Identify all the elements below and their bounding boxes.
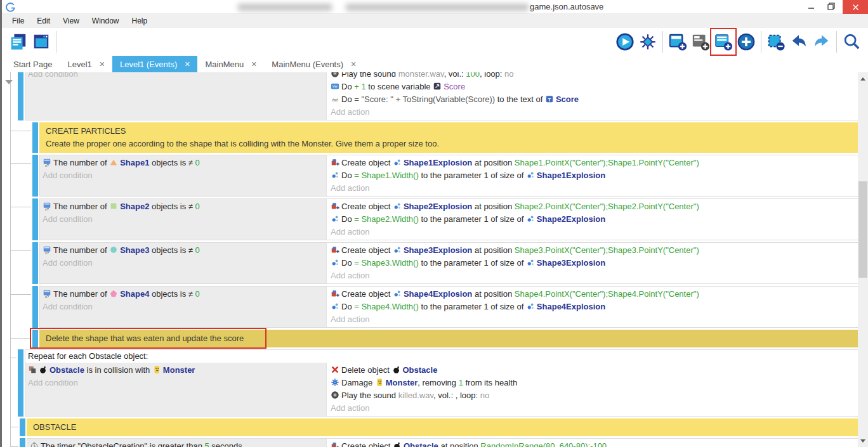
scene-editor-icon[interactable] [30, 30, 53, 54]
add-condition[interactable]: Add condition [43, 213, 324, 226]
tab-level1[interactable]: Level1× [60, 56, 112, 72]
menu-item-help[interactable]: Help [126, 14, 154, 28]
event-selection-bar [32, 198, 38, 240]
speaker-icon [331, 391, 341, 400]
condition-line[interactable]: The timer "ObstacleCreation" is greater … [30, 440, 324, 447]
tab-close-icon[interactable]: × [185, 59, 190, 69]
comment-block[interactable]: OBSTACLE [27, 418, 860, 436]
event-row: The timer "ObstacleCreation" is greater … [20, 438, 860, 447]
add-condition[interactable]: Add condition [28, 377, 324, 389]
text-segment: to the parameter 1 of size of [419, 214, 526, 224]
add-action[interactable]: Add action [331, 269, 855, 282]
vertical-scrollbar[interactable] [858, 72, 868, 447]
shape3-icon [109, 245, 120, 255]
actions-column: Create object Obstacle at position Rando… [326, 439, 859, 447]
add-event-icon[interactable] [666, 30, 689, 54]
action-line[interactable]: Do = Shape3.Width() to the parameter 1 o… [331, 257, 855, 269]
search-icon[interactable] [840, 30, 863, 54]
undo-icon[interactable] [787, 30, 810, 54]
add-action[interactable]: Add action [331, 106, 855, 119]
action-line[interactable]: Create object Shape3Explosion at positio… [331, 244, 855, 257]
menu-item-file[interactable]: File [6, 14, 30, 28]
actions-column: Create object Shape2Explosion at positio… [326, 199, 859, 240]
add-comment-icon[interactable] [689, 30, 712, 54]
svg-text:txt: txt [332, 97, 338, 103]
create-object-icon [331, 441, 341, 447]
text-segment: to the text of [495, 94, 545, 104]
text-segment: Obstacle [49, 365, 84, 375]
unselect-events-icon[interactable] [765, 30, 787, 54]
condition-line[interactable]: Obstacle is in collision with Monster [28, 364, 324, 377]
collapse-arrow-icon[interactable] [5, 80, 13, 84]
action-line[interactable]: Do = Shape1.Width() to the parameter 1 o… [331, 169, 855, 182]
add-action[interactable]: Add action [331, 313, 855, 326]
add-condition[interactable]: Add condition [43, 301, 324, 313]
tab-close-icon[interactable]: × [251, 59, 256, 69]
scroll-down-arrow-icon[interactable] [858, 436, 868, 446]
scrollbar-thumb[interactable] [858, 181, 867, 278]
condition-line[interactable]: x?The number of Shape2 objects is ≠ 0 [43, 200, 324, 213]
text-segment: Monster [386, 378, 418, 387]
project-manager-icon[interactable] [7, 30, 30, 54]
action-line[interactable]: Create object Obstacle at position Rando… [331, 440, 855, 447]
text-segment: monster.wav [398, 72, 444, 79]
add-subevent-icon[interactable] [712, 30, 735, 54]
tab-level1-events-[interactable]: Level1 (Events)× [112, 56, 198, 72]
comment-row: OBSTACLE [20, 418, 860, 436]
tab-label: Start Page [13, 60, 52, 69]
add-condition[interactable]: Add condition [43, 169, 324, 182]
menu-item-window[interactable]: Window [86, 14, 126, 28]
tab-close-icon[interactable]: × [351, 59, 356, 69]
action-line[interactable]: Play the sound monster.wav, vol.: 100, l… [331, 72, 855, 81]
menu-item-view[interactable]: View [56, 14, 86, 28]
restore-button[interactable] [822, 0, 840, 13]
redo-icon[interactable] [810, 30, 833, 54]
condition-line[interactable]: x?The number of Shape3 objects is ≠ 0 [43, 244, 324, 257]
tab-close-icon[interactable]: × [100, 59, 105, 69]
create-object-icon [331, 245, 341, 255]
action-line[interactable]: Play the sound killed.wav, vol.: , loop:… [331, 389, 855, 402]
condition-line[interactable]: x?The number of Shape1 objects is ≠ 0 [43, 157, 324, 169]
debug-icon[interactable] [636, 30, 659, 54]
action-line[interactable]: Create object Shape1Explosion at positio… [331, 157, 855, 169]
actions-column: Create object Shape3Explosion at positio… [326, 243, 859, 283]
action-line[interactable]: VarDo + 1 to scene variable Score [331, 81, 855, 93]
action-line[interactable]: Damage Monster, removing 1 from its heal… [331, 377, 855, 389]
minimize-button[interactable] [802, 0, 820, 13]
comment-text: CREATE PARTICLES [46, 125, 853, 138]
add-action[interactable]: Add action [331, 182, 855, 195]
text-segment: The number of [53, 245, 109, 255]
add-action[interactable]: Add action [331, 402, 855, 415]
particles-icon [393, 245, 404, 255]
text-segment: Shape4Explosion [404, 289, 472, 299]
particles-icon [331, 302, 341, 311]
comment-block[interactable]: CREATE PARTICLESCreate the proper one ac… [39, 122, 860, 153]
action-line[interactable]: txtDo = "Score: " + ToString(Variable(Sc… [331, 93, 855, 106]
tab-mainmenu[interactable]: MainMenu× [197, 56, 264, 72]
repeat-event-header[interactable]: Repeat for each Obstacle object: [25, 350, 859, 363]
scroll-up-arrow-icon[interactable] [858, 74, 868, 84]
add-condition[interactable]: Add condition [28, 72, 324, 81]
shape1-icon [109, 158, 120, 167]
add-action[interactable]: Add action [331, 226, 855, 238]
particles-icon [393, 158, 404, 167]
action-line[interactable]: Do = Shape2.Width() to the parameter 1 o… [331, 213, 855, 226]
close-button[interactable] [843, 0, 868, 14]
tab-start-page[interactable]: Start Page [6, 56, 60, 72]
action-line[interactable]: Delete object Obstacle [331, 364, 855, 377]
action-line[interactable]: Create object Shape4Explosion at positio… [331, 288, 855, 301]
menu-item-edit[interactable]: Edit [30, 14, 56, 28]
tab-mainmenu-events-[interactable]: MainMenu (Events)× [264, 56, 364, 72]
add-condition[interactable]: Add condition [43, 257, 324, 269]
text-segment: seconds [209, 441, 242, 447]
play-icon[interactable] [614, 30, 636, 54]
add-new-icon[interactable] [735, 30, 758, 54]
condition-line[interactable]: x?The number of Shape4 objects is ≠ 0 [43, 288, 324, 301]
action-line[interactable]: Create object Shape2Explosion at positio… [331, 200, 855, 213]
object-count-icon: x? [43, 158, 53, 167]
bomb-icon [392, 365, 403, 375]
tab-label: Level1 [67, 60, 91, 69]
text-segment: Shape4Explosion [537, 302, 605, 311]
action-line[interactable]: Do = Shape4.Width() to the parameter 1 o… [331, 301, 855, 313]
comment-block[interactable]: Delete the shape that was eaten and upda… [39, 330, 860, 347]
